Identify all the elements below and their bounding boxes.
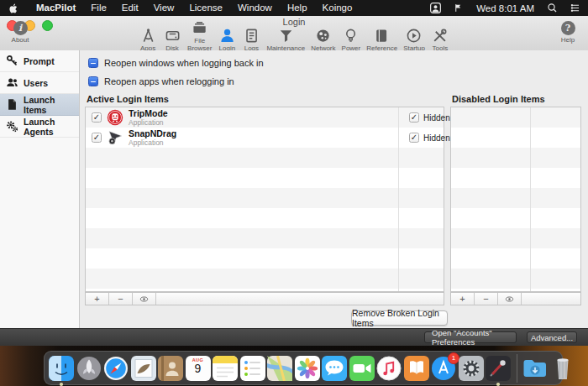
dock-messages-icon[interactable] bbox=[322, 356, 347, 381]
toolbar-item-apps[interactable]: Apps bbox=[139, 27, 157, 52]
desktop: AUG91 bbox=[0, 346, 588, 386]
dock-app-store-icon[interactable]: 1 bbox=[431, 356, 456, 381]
toolbar-item-network[interactable]: Network bbox=[311, 27, 335, 52]
sidebar-item-launch-agents[interactable]: Launch Agents bbox=[0, 116, 79, 138]
remove-button[interactable]: − bbox=[109, 293, 133, 305]
dock-facetime-icon[interactable] bbox=[349, 356, 375, 381]
toolbar-item-reference[interactable]: Reference bbox=[366, 27, 397, 52]
dock-macpilot-icon[interactable] bbox=[486, 356, 511, 381]
disabled-login-items-table[interactable] bbox=[450, 107, 581, 292]
toolbar-item-maintenance[interactable]: Maintenance bbox=[266, 27, 305, 52]
reference-icon bbox=[373, 27, 391, 44]
dock-notes-icon[interactable] bbox=[213, 356, 238, 381]
add-button[interactable]: + bbox=[86, 293, 109, 305]
dock-contacts-icon[interactable] bbox=[158, 356, 183, 381]
macpilot-window: Login i About ? Help AppsDiskFile Browse… bbox=[0, 16, 588, 346]
startup-icon bbox=[405, 27, 423, 44]
key-icon bbox=[6, 55, 18, 67]
gears-icon bbox=[6, 120, 18, 133]
dock-divider bbox=[517, 354, 517, 383]
toolbar-about[interactable]: i About bbox=[2, 21, 39, 44]
zoom-button[interactable] bbox=[42, 20, 53, 31]
menu-clock[interactable]: Wed 8:01 AM bbox=[476, 3, 534, 13]
active-table-controls: +− bbox=[85, 292, 444, 305]
sidebar-item-users[interactable]: Users bbox=[0, 72, 79, 94]
network-icon bbox=[314, 27, 333, 44]
remove-broken-login-items-button[interactable]: Remove Broken Login Items bbox=[351, 310, 448, 326]
spotlight-icon[interactable] bbox=[546, 3, 559, 13]
login-item-row-tripmode[interactable]: ✓TripModeApplication✓Hidden bbox=[86, 107, 444, 128]
toolbar-item-login[interactable]: Login bbox=[218, 27, 236, 52]
sidebar-item-launch-items[interactable]: Launch Items bbox=[0, 94, 79, 116]
toolbar-item-tools[interactable]: Tools bbox=[431, 27, 449, 52]
toolbar-item-startup[interactable]: Startup bbox=[403, 27, 425, 52]
enabled-checkbox[interactable]: ✓ bbox=[92, 112, 102, 123]
file-browser-icon bbox=[191, 19, 209, 36]
menu-app-name[interactable]: MacPilot bbox=[29, 0, 83, 16]
reopen-apps-checkbox-row[interactable]: Reopen apps when relogging in bbox=[88, 76, 234, 86]
reopen-apps-checkbox[interactable] bbox=[88, 76, 98, 86]
users-icon bbox=[6, 76, 18, 89]
toolbar-item-file-browser[interactable]: File Browser bbox=[187, 19, 212, 52]
dock-calendar-icon[interactable]: AUG9 bbox=[186, 356, 211, 381]
about-icon[interactable]: i bbox=[13, 21, 28, 35]
reopen-windows-checkbox-row[interactable]: Reopen windows when logging back in bbox=[88, 58, 264, 68]
menu-item-license[interactable]: License bbox=[181, 0, 230, 16]
main-content: Reopen windows when logging back in Reop… bbox=[80, 50, 588, 329]
dock-itunes-icon[interactable] bbox=[376, 356, 402, 381]
hidden-checkbox[interactable]: ✓ bbox=[409, 133, 419, 143]
dock-launchpad-icon[interactable] bbox=[76, 356, 102, 381]
menu-item-koingo[interactable]: Koingo bbox=[315, 0, 360, 16]
window-footer-bar: Open "Accounts" Preferences Advanced... bbox=[0, 328, 588, 346]
active-login-items-table[interactable]: ✓TripModeApplication✓Hidden✓SnapNDragApp… bbox=[85, 107, 444, 292]
toolbar: AppsDiskFile BrowserLoginLogsMaintenance… bbox=[139, 19, 449, 52]
reveal-button[interactable] bbox=[498, 293, 522, 305]
reveal-button[interactable] bbox=[133, 293, 156, 305]
logs-icon bbox=[242, 27, 260, 44]
flag-icon[interactable] bbox=[452, 3, 465, 13]
user-switching-icon[interactable] bbox=[429, 3, 442, 13]
hidden-cell: ✓Hidden bbox=[403, 112, 450, 123]
dock-downloads-icon[interactable] bbox=[522, 356, 548, 381]
dock-system-preferences-icon[interactable] bbox=[459, 356, 484, 381]
menu-item-edit[interactable]: Edit bbox=[114, 0, 146, 16]
dock-maps-icon[interactable] bbox=[267, 356, 292, 381]
maintenance-icon bbox=[276, 27, 295, 44]
disk-icon bbox=[163, 27, 181, 44]
power-icon bbox=[342, 27, 360, 44]
snapndrag-app-icon bbox=[107, 129, 123, 146]
dock-mail-icon[interactable] bbox=[131, 356, 156, 381]
item-name: TripMode bbox=[129, 109, 168, 118]
hidden-cell: ✓Hidden bbox=[403, 133, 450, 143]
menu-item-view[interactable]: View bbox=[146, 0, 182, 16]
open-accounts-preferences-button[interactable]: Open "Accounts" Preferences bbox=[424, 331, 517, 343]
tools-icon bbox=[431, 27, 449, 44]
toolbar-item-logs[interactable]: Logs bbox=[242, 27, 260, 52]
notification-center-icon[interactable] bbox=[569, 3, 581, 13]
toolbar-item-disk[interactable]: Disk bbox=[163, 27, 181, 52]
dock-safari-icon[interactable] bbox=[103, 356, 129, 381]
toolbar-item-power[interactable]: Power bbox=[342, 27, 361, 52]
item-kind: Application bbox=[129, 119, 168, 127]
dock-reminders-icon[interactable] bbox=[240, 356, 265, 381]
enabled-checkbox[interactable]: ✓ bbox=[92, 133, 102, 143]
reopen-windows-checkbox[interactable] bbox=[88, 58, 98, 68]
toolbar-help[interactable]: ? Help bbox=[549, 21, 586, 44]
login-item-row-snapndrag[interactable]: ✓SnapNDragApplication✓Hidden bbox=[86, 128, 444, 148]
dock-photos-icon[interactable] bbox=[295, 356, 320, 381]
apple-menu-icon[interactable] bbox=[8, 3, 20, 14]
menu-item-file[interactable]: File bbox=[83, 0, 114, 16]
sidebar-item-prompt[interactable]: Prompt bbox=[0, 50, 79, 72]
remove-button[interactable]: − bbox=[475, 293, 498, 305]
advanced-button[interactable]: Advanced... bbox=[527, 331, 577, 343]
hidden-checkbox[interactable]: ✓ bbox=[409, 112, 419, 123]
running-indicator bbox=[496, 383, 500, 386]
menu-item-window[interactable]: Window bbox=[230, 0, 280, 16]
dock-ibooks-icon[interactable] bbox=[404, 356, 429, 381]
dock-finder-icon[interactable] bbox=[49, 356, 74, 381]
menu-item-help[interactable]: Help bbox=[280, 0, 315, 16]
add-button[interactable]: + bbox=[451, 293, 475, 305]
tripmode-app-icon bbox=[107, 109, 123, 126]
dock-trash-icon[interactable] bbox=[550, 356, 575, 381]
help-icon[interactable]: ? bbox=[561, 21, 575, 35]
